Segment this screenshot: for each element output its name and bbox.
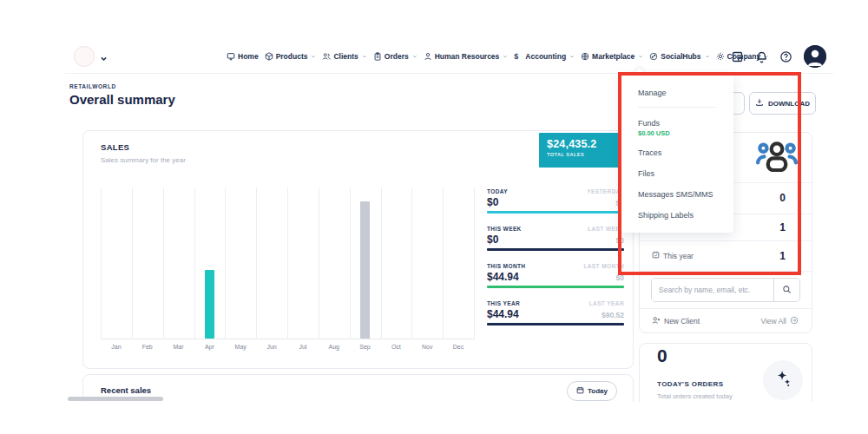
chart-gridline [411, 187, 412, 339]
logo-chevron-down-icon[interactable] [100, 50, 108, 66]
x-axis-label: Jun [256, 344, 287, 350]
nav-item-products[interactable]: Products [265, 52, 317, 61]
x-axis-label: Nov [411, 344, 443, 350]
help-icon[interactable] [779, 50, 792, 63]
arrow-circle-right-icon [790, 316, 799, 326]
company-logo[interactable] [74, 46, 95, 67]
stat-value: $44.94 [487, 271, 519, 283]
clients-stat-value: 0 [779, 192, 786, 204]
download-icon [755, 98, 764, 108]
menu-item-manage[interactable]: Manage [638, 82, 716, 103]
menu-item-shipping-labels[interactable]: Shipping Labels [638, 205, 716, 226]
x-axis-label: Jan [101, 344, 132, 350]
x-axis-label: Aug [319, 344, 350, 350]
stat-compare-label: LAST MONTH [583, 263, 624, 269]
sales-card: SALES Sales summary for the year $24,435… [82, 130, 634, 369]
chart-bar-apr[interactable] [205, 270, 214, 339]
total-sales-value: $24,435.2 [547, 138, 626, 150]
nav-item-label: Marketplace [592, 52, 635, 61]
x-axis-label: Oct [380, 344, 411, 350]
orders-subtitle: Total orders created today [657, 392, 733, 400]
chart-gridline [350, 187, 351, 339]
stat-value: $44.94 [487, 308, 519, 320]
chevron-down-icon [362, 54, 367, 59]
stat-label: THIS YEAR [487, 300, 520, 306]
period-select[interactable]: This year [652, 251, 694, 260]
chart-gridline [474, 187, 475, 339]
user-avatar[interactable] [804, 45, 826, 68]
stat-label: THIS WEEK [487, 226, 522, 232]
menu-item-files[interactable]: Files [638, 163, 716, 184]
share-icon [649, 52, 658, 61]
company-dropdown-menu: ManageFunds$0.00 USDTracesFilesMessages … [621, 74, 733, 233]
sparkle-button[interactable] [763, 360, 803, 400]
stat-compare-label: YESTERDAY [587, 188, 624, 194]
stat-row-this-year: THIS YEARLAST YEAR$44.94$90.52 [487, 300, 624, 326]
chevron-down-icon [311, 54, 316, 59]
total-sales-label: TOTAL SALES [547, 152, 626, 157]
chevron-down-icon [412, 54, 418, 59]
stat-underline [487, 286, 624, 288]
chart-gridline [381, 187, 382, 339]
nav-item-home[interactable]: Home [227, 52, 259, 61]
chart-gridline [132, 187, 133, 339]
bell-icon[interactable] [755, 50, 768, 63]
today-filter-button[interactable]: Today [567, 381, 617, 401]
home-monitor-icon [227, 52, 235, 61]
products-cube-icon [265, 52, 273, 61]
nav-item-label: Clients [333, 52, 358, 61]
page-title: Overall summary [69, 92, 175, 107]
chevron-down-icon [638, 54, 643, 59]
sales-card-title: SALES [101, 142, 129, 152]
nav-item-accounting[interactable]: $Accounting [514, 52, 575, 61]
menu-item-messages-sms-mms[interactable]: Messages SMS/MMS [638, 184, 716, 205]
clients-stat-value: 1 [779, 250, 786, 262]
nav-item-orders[interactable]: Orders [373, 52, 418, 61]
calendar-check-icon [652, 251, 660, 260]
download-button[interactable]: DOWNLOAD [749, 92, 816, 115]
stat-value: $0 [487, 196, 498, 208]
dashboard-viewport: HomeProductsClientsOrdersHuman Resources… [65, 39, 833, 402]
orders-title: TODAY'S ORDERS [657, 380, 723, 388]
chevron-down-icon [569, 54, 575, 59]
chart-gridline [101, 187, 102, 339]
new-client-link[interactable]: New Client [652, 316, 700, 326]
person-plus-icon [652, 316, 661, 326]
breadcrumb: RETAILWORLD [69, 83, 116, 89]
total-sales-badge: $24,435.2 TOTAL SALES [539, 133, 626, 168]
calendar-icon [576, 386, 584, 396]
nav-item-socialhubs[interactable]: SocialHubs [649, 52, 709, 61]
search-button[interactable] [773, 279, 799, 301]
menu-item-traces[interactable]: Traces [638, 142, 716, 163]
recent-sales-card: Recent sales Today [82, 374, 634, 402]
chart-gridline [287, 187, 288, 339]
chart-bar-sep[interactable] [360, 201, 370, 339]
chart-gridline [256, 187, 257, 339]
x-axis-label: Apr [194, 344, 225, 350]
x-axis-label: Sep [350, 344, 381, 350]
nav-item-label: Home [238, 52, 259, 61]
stat-row-today: TODAYYESTERDAY$0$0 [487, 188, 624, 214]
view-all-link[interactable]: View All [760, 316, 799, 326]
sales-card-subtitle: Sales summary for the year [101, 156, 186, 164]
chart-gridline [319, 187, 319, 339]
clients-stat-value: 1 [779, 221, 786, 233]
clients-stat-row: This year 1 [640, 241, 812, 272]
chevron-down-icon [705, 54, 710, 59]
x-axis-label: Feb [132, 344, 163, 350]
nav-item-human-resources[interactable]: Human Resources [424, 52, 509, 61]
gear-icon [716, 52, 725, 61]
dollar-icon: $ [514, 52, 523, 61]
stat-compare-value: $0 [616, 236, 624, 245]
stat-compare-value: $90.52 [602, 311, 624, 319]
stat-compare-value: $0 [616, 273, 624, 282]
horizontal-scrollbar[interactable] [68, 397, 163, 401]
nav-item-marketplace[interactable]: Marketplace [581, 52, 643, 61]
stat-compare-label: LAST WEEK [588, 226, 624, 232]
clients-search-input[interactable] [652, 279, 773, 301]
nav-item-label: Orders [385, 52, 409, 61]
orders-count: 0 [657, 345, 667, 366]
nav-item-clients[interactable]: Clients [322, 52, 366, 61]
notes-icon[interactable] [731, 50, 744, 63]
recent-sales-title: Recent sales [101, 385, 151, 395]
